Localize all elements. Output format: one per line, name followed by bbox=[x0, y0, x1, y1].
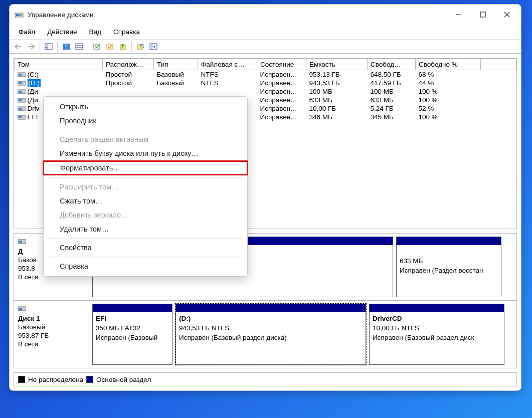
legend-primary-swatch bbox=[86, 376, 93, 383]
col-freepct[interactable]: Свободно % bbox=[416, 59, 481, 70]
search-icon[interactable] bbox=[134, 41, 146, 52]
ctx-explorer[interactable]: Проводник bbox=[44, 114, 247, 128]
show-tree-icon[interactable] bbox=[43, 41, 55, 52]
context-menu: Открыть Проводник Сделать раздел активны… bbox=[43, 96, 248, 277]
ctx-separator bbox=[48, 238, 243, 239]
ctx-shrink[interactable]: Сжать том… bbox=[44, 194, 247, 208]
disk-info[interactable]: Диск 1Базовый953,87 ГБВ сети bbox=[14, 301, 89, 368]
properties-icon[interactable] bbox=[147, 41, 159, 52]
svg-rect-1 bbox=[16, 14, 20, 16]
col-volume[interactable]: Том bbox=[15, 59, 103, 70]
svg-rect-16 bbox=[107, 44, 113, 49]
check-icon[interactable] bbox=[104, 41, 116, 52]
disk-row: Диск 1Базовый953,87 ГБВ сетиEFI350 МБ FA… bbox=[14, 301, 516, 368]
partition-header bbox=[370, 304, 504, 312]
toolbar: ? bbox=[10, 40, 521, 54]
partition-header bbox=[397, 237, 501, 245]
col-status[interactable]: Состояние bbox=[257, 59, 306, 70]
svg-rect-4 bbox=[480, 12, 485, 17]
svg-rect-25 bbox=[19, 74, 22, 76]
close-button[interactable] bbox=[495, 5, 519, 25]
rescan-icon[interactable] bbox=[117, 41, 129, 52]
titlebar: Управление дисками bbox=[10, 5, 521, 25]
svg-rect-9 bbox=[46, 47, 47, 48]
partition-header bbox=[93, 304, 172, 312]
volume-icon bbox=[18, 106, 26, 112]
toolbar-separator bbox=[40, 42, 40, 52]
ctx-properties[interactable]: Свойства bbox=[44, 241, 247, 255]
ctx-open[interactable]: Открыть bbox=[44, 100, 247, 114]
ctx-separator bbox=[48, 177, 243, 178]
disk-icon bbox=[18, 239, 27, 246]
back-icon[interactable] bbox=[12, 41, 24, 52]
menu-file[interactable]: Файл bbox=[13, 26, 41, 38]
ctx-delete[interactable]: Удалить том… bbox=[44, 222, 247, 236]
partition[interactable]: DriverCD10,00 ГБ NTFSИсправен (Базовый р… bbox=[369, 304, 504, 365]
detail-icon[interactable] bbox=[73, 41, 85, 52]
svg-rect-33 bbox=[19, 108, 22, 110]
table-header-row: Том Располож… Тип Файловая с… Состояние … bbox=[15, 59, 516, 70]
ctx-separator bbox=[48, 130, 243, 130]
forward-icon[interactable] bbox=[25, 41, 37, 52]
legend-unallocated-swatch bbox=[18, 376, 25, 383]
ctx-extend: Расширить том… bbox=[44, 180, 247, 194]
col-type[interactable]: Тип bbox=[154, 59, 198, 70]
svg-rect-29 bbox=[19, 91, 22, 93]
volume-icon bbox=[18, 80, 26, 86]
svg-rect-15 bbox=[94, 44, 100, 49]
volume-icon bbox=[18, 72, 26, 78]
svg-rect-39 bbox=[19, 308, 22, 310]
window-title: Управление дисками bbox=[28, 11, 447, 19]
ctx-help[interactable]: Справка bbox=[44, 259, 247, 273]
table-row[interactable]: (ДиИсправен…100 МБ100 МБ100 % bbox=[15, 87, 516, 96]
refresh-icon[interactable] bbox=[91, 41, 103, 52]
col-capacity[interactable]: Емкость bbox=[306, 59, 368, 70]
svg-rect-12 bbox=[76, 44, 83, 50]
menu-help[interactable]: Справка bbox=[107, 26, 146, 38]
table-row[interactable]: (C:)ПростойБазовыйNTFSИсправен…953,13 ГБ… bbox=[15, 70, 516, 79]
toolbar-separator bbox=[88, 42, 88, 52]
legend-primary-label: Основной раздел bbox=[96, 376, 151, 383]
legend: Не распределена Основной раздел bbox=[14, 372, 517, 386]
partition-container: EFI350 МБ FAT32Исправен (Базовый(D:)943,… bbox=[89, 301, 516, 368]
ctx-format[interactable]: Форматировать… bbox=[43, 160, 248, 175]
menubar: Файл Действие Вид Справка bbox=[10, 25, 521, 40]
col-free[interactable]: Свобод… bbox=[368, 59, 416, 70]
svg-rect-35 bbox=[19, 116, 22, 118]
col-layout[interactable]: Располож… bbox=[103, 59, 154, 70]
ctx-change-letter[interactable]: Изменить букву диска или путь к диску… bbox=[44, 146, 247, 160]
svg-line-5 bbox=[504, 12, 509, 17]
minimize-button[interactable] bbox=[447, 5, 471, 25]
toolbar-separator bbox=[57, 42, 58, 52]
maximize-button[interactable] bbox=[471, 5, 495, 25]
menu-view[interactable]: Вид bbox=[83, 26, 107, 38]
svg-rect-2 bbox=[20, 14, 22, 16]
svg-line-20 bbox=[143, 47, 144, 48]
toolbar-separator bbox=[131, 42, 132, 52]
volume-icon bbox=[18, 89, 26, 95]
partition-header bbox=[176, 304, 366, 312]
help-icon[interactable]: ? bbox=[60, 41, 72, 52]
ctx-separator bbox=[48, 257, 243, 257]
col-spacer bbox=[481, 59, 516, 70]
svg-point-23 bbox=[153, 46, 155, 48]
ctx-mark-active: Сделать раздел активным bbox=[44, 132, 247, 146]
partition[interactable]: EFI350 МБ FAT32Исправен (Базовый bbox=[92, 304, 172, 365]
svg-rect-7 bbox=[45, 44, 52, 50]
svg-rect-27 bbox=[19, 82, 22, 84]
col-filesystem[interactable]: Файловая с… bbox=[198, 59, 257, 70]
volume-icon bbox=[18, 97, 26, 103]
table-row[interactable]: (D:)ПростойБазовыйNTFSИсправен…943,53 ГБ… bbox=[15, 79, 516, 87]
svg-rect-37 bbox=[19, 241, 22, 243]
ctx-mirror: Добавить зеркало… bbox=[44, 208, 247, 222]
svg-rect-31 bbox=[19, 99, 22, 101]
partition[interactable]: 633 МБИсправен (Раздел восстан bbox=[396, 237, 501, 297]
disk-icon bbox=[18, 306, 27, 313]
volume-icon bbox=[18, 114, 26, 120]
menu-action[interactable]: Действие bbox=[41, 26, 83, 38]
legend-unallocated-label: Не распределена bbox=[28, 376, 83, 383]
svg-text:?: ? bbox=[65, 44, 68, 50]
disk-mgmt-icon bbox=[15, 10, 24, 19]
partition[interactable]: (D:)943,53 ГБ NTFSИсправен (Базовый разд… bbox=[175, 304, 366, 365]
svg-line-6 bbox=[504, 12, 509, 17]
